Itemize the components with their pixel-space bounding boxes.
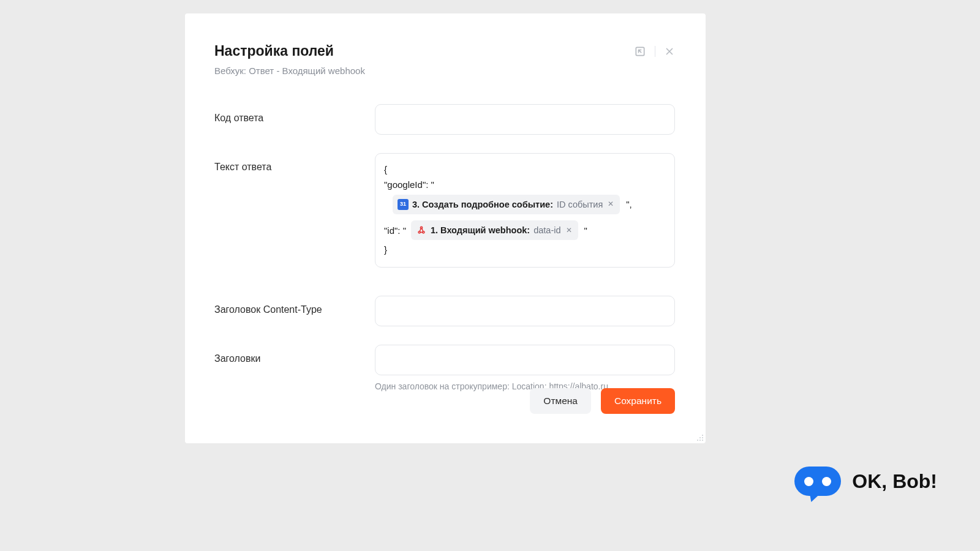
chat-bubble-icon <box>794 467 841 496</box>
text-fragment: "googleId": " <box>384 178 434 192</box>
field-content-type <box>375 296 675 326</box>
resize-handle-icon[interactable] <box>696 433 704 442</box>
expand-icon[interactable] <box>634 45 646 58</box>
modal-subtitle: Вебхук: Ответ - Входящий webhook <box>214 66 634 76</box>
brand-badge: OK, Bob! <box>794 467 937 496</box>
header-actions <box>634 45 675 58</box>
token-remove-icon[interactable]: ✕ <box>565 225 573 236</box>
json-close: } <box>384 242 666 257</box>
input-response-text[interactable]: { "googleId": " 31 3. Создать подробное … <box>375 153 675 268</box>
token-field-label: ID события <box>557 198 603 211</box>
token-step-label: 3. Создать подробное событие: <box>412 198 553 211</box>
svg-point-7 <box>699 437 701 438</box>
json-line-googleid-prefix: "googleId": " <box>384 178 666 192</box>
token-remove-icon[interactable]: ✕ <box>606 198 615 210</box>
brace-close: } <box>384 242 387 257</box>
modal-footer: Отмена Сохранить <box>530 388 675 414</box>
svg-point-4 <box>702 435 703 436</box>
cancel-button[interactable]: Отмена <box>530 388 591 414</box>
svg-point-8 <box>699 440 701 441</box>
json-line-id: "id": " 1. Входящий webhook: data-id ✕ " <box>384 219 666 241</box>
modal-title: Настройка полей <box>214 43 634 59</box>
svg-point-5 <box>702 437 703 438</box>
settings-modal: Настройка полей Вебхук: Ответ - Входящий… <box>185 13 706 443</box>
row-response-code: Код ответа <box>214 104 675 135</box>
text-fragment: ", <box>626 197 632 211</box>
calendar-icon: 31 <box>398 199 409 210</box>
token-google-event-id[interactable]: 31 3. Создать подробное событие: ID собы… <box>393 195 620 214</box>
input-headers[interactable] <box>375 345 675 375</box>
save-button[interactable]: Сохранить <box>601 388 675 414</box>
label-content-type: Заголовок Content-Type <box>214 296 375 315</box>
row-response-text: Текст ответа { "googleId": " 31 3. Созда… <box>214 153 675 268</box>
label-response-text: Текст ответа <box>214 153 375 173</box>
row-content-type: Заголовок Content-Type <box>214 296 675 326</box>
row-headers: Заголовки Один заголовок на строкупример… <box>214 345 675 391</box>
field-headers: Один заголовок на строкупример: Location… <box>375 345 675 391</box>
json-line-googleid-token: 31 3. Создать подробное событие: ID собы… <box>384 193 666 216</box>
token-field-label: data-id <box>533 223 560 237</box>
json-open: { <box>384 162 666 176</box>
label-response-code: Код ответа <box>214 104 375 124</box>
brand-text: OK, Bob! <box>852 470 937 493</box>
dot-icon <box>822 477 831 486</box>
text-fragment: " <box>584 223 587 238</box>
input-content-type[interactable] <box>375 296 675 326</box>
text-fragment: "id": " <box>384 223 406 238</box>
token-step-label: 1. Входящий webhook: <box>431 223 530 237</box>
dot-icon <box>804 477 813 486</box>
input-response-code[interactable] <box>375 104 675 135</box>
field-response-text: { "googleId": " 31 3. Создать подробное … <box>375 153 675 268</box>
token-webhook-data-id[interactable]: 1. Входящий webhook: data-id ✕ <box>411 220 578 240</box>
svg-point-6 <box>702 440 703 441</box>
modal-header: Настройка полей Вебхук: Ответ - Входящий… <box>214 43 675 76</box>
divider <box>655 46 655 57</box>
close-icon[interactable] <box>664 46 675 57</box>
brace-open: { <box>384 162 387 176</box>
title-block: Настройка полей Вебхук: Ответ - Входящий… <box>214 43 634 76</box>
field-response-code <box>375 104 675 135</box>
label-headers: Заголовки <box>214 345 375 364</box>
webhook-icon <box>416 225 427 236</box>
svg-point-9 <box>697 440 698 441</box>
